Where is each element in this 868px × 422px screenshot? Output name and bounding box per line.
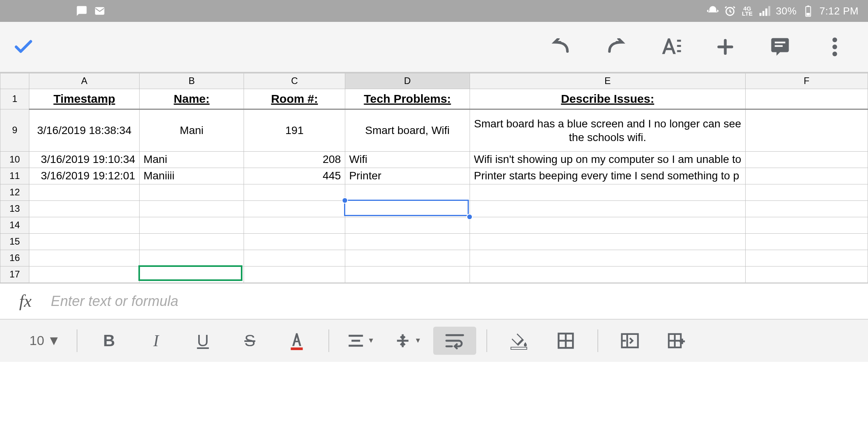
text-format-button[interactable] <box>657 33 684 61</box>
cell-E11[interactable]: Printer starts beeping every time I send… <box>470 168 745 184</box>
column-header-E[interactable]: E <box>470 73 745 89</box>
cell-F17[interactable] <box>745 266 868 283</box>
column-header-A[interactable]: A <box>29 73 140 89</box>
undo-button[interactable] <box>547 33 575 61</box>
cell-D9[interactable]: Smart board, Wifi <box>345 109 470 151</box>
cell-B17[interactable] <box>139 266 244 283</box>
cell-C11[interactable]: 445 <box>244 168 345 184</box>
italic-button[interactable]: I <box>135 327 178 355</box>
cell-F16[interactable] <box>745 250 868 266</box>
cell-A15[interactable] <box>29 233 140 250</box>
cell-A14[interactable] <box>29 217 140 233</box>
row-header-12[interactable]: 12 <box>0 184 29 200</box>
cell-A10[interactable]: 3/16/2019 19:10:34 <box>29 151 140 168</box>
cell-C16[interactable] <box>244 250 345 266</box>
cell-F10[interactable] <box>745 151 868 168</box>
cell-F15[interactable] <box>745 233 868 250</box>
vertical-align-button[interactable]: ▼ <box>386 327 429 355</box>
row-header-1[interactable]: 1 <box>0 89 29 109</box>
row-header-13[interactable]: 13 <box>0 200 29 217</box>
row-header-17[interactable]: 17 <box>0 266 29 283</box>
horizontal-align-button[interactable]: ▼ <box>339 327 382 355</box>
cell-A12[interactable] <box>29 184 140 200</box>
cell-B12[interactable] <box>139 184 244 200</box>
cell-C9[interactable]: 191 <box>244 109 345 151</box>
cell-F9[interactable] <box>745 109 868 151</box>
cell-E17[interactable] <box>470 266 745 283</box>
cell-F12[interactable] <box>745 184 868 200</box>
spreadsheet-grid[interactable]: ABCDEF1TimestampName:Room #:Tech Problem… <box>0 73 868 283</box>
insert-button[interactable] <box>712 33 739 61</box>
cell-C14[interactable] <box>244 217 345 233</box>
cell-D14[interactable] <box>345 217 470 233</box>
cell-E16[interactable] <box>470 250 745 266</box>
cell-E15[interactable] <box>470 233 745 250</box>
cell-F14[interactable] <box>745 217 868 233</box>
cell-C10[interactable]: 208 <box>244 151 345 168</box>
cell-B15[interactable] <box>139 233 244 250</box>
column-header-F[interactable]: F <box>745 73 868 89</box>
cell-F11[interactable] <box>745 168 868 184</box>
more-menu-button[interactable] <box>821 33 848 61</box>
font-size-selector[interactable]: 10 ▼ <box>23 327 66 355</box>
cell-A9[interactable]: 3/16/2019 18:38:34 <box>29 109 140 151</box>
cell-D17[interactable] <box>345 266 470 283</box>
column-header-C[interactable]: C <box>244 73 345 89</box>
row-header-16[interactable]: 16 <box>0 250 29 266</box>
row-header-15[interactable]: 15 <box>0 233 29 250</box>
row-header-14[interactable]: 14 <box>0 217 29 233</box>
bold-button[interactable]: B <box>88 327 131 355</box>
cell-A11[interactable]: 3/16/2019 19:12:01 <box>29 168 140 184</box>
cell-B11[interactable]: Maniiii <box>139 168 244 184</box>
cell-C1[interactable]: Room #: <box>244 89 345 109</box>
cell-C13[interactable] <box>244 200 345 217</box>
cell-D15[interactable] <box>345 233 470 250</box>
cell-A16[interactable] <box>29 250 140 266</box>
redo-button[interactable] <box>602 33 629 61</box>
text-color-button[interactable] <box>275 327 318 355</box>
cell-A13[interactable] <box>29 200 140 217</box>
insert-cells-button[interactable] <box>655 327 698 355</box>
underline-button[interactable]: U <box>181 327 224 355</box>
cell-B10[interactable]: Mani <box>139 151 244 168</box>
cell-B16[interactable] <box>139 250 244 266</box>
cell-C15[interactable] <box>244 233 345 250</box>
row-header-9[interactable]: 9 <box>0 109 29 151</box>
comment-button[interactable] <box>766 33 794 61</box>
select-all-corner[interactable] <box>0 73 29 89</box>
confirm-check-button[interactable] <box>8 31 39 63</box>
cell-F1[interactable] <box>745 89 868 109</box>
cell-D12[interactable] <box>345 184 470 200</box>
borders-button[interactable] <box>544 327 587 355</box>
merge-cells-button[interactable] <box>608 327 651 355</box>
cell-F13[interactable] <box>745 200 868 217</box>
cell-E14[interactable] <box>470 217 745 233</box>
column-header-D[interactable]: D <box>345 73 470 89</box>
cell-E1[interactable]: Describe Issues: <box>470 89 745 109</box>
cell-B1[interactable]: Name: <box>139 89 244 109</box>
strikethrough-button[interactable]: S <box>228 327 271 355</box>
text-wrap-button[interactable] <box>433 327 476 355</box>
formula-input[interactable] <box>51 293 868 309</box>
cell-selection[interactable] <box>344 200 469 216</box>
row-header-11[interactable]: 11 <box>0 168 29 184</box>
cell-C12[interactable] <box>244 184 345 200</box>
cell-E10[interactable]: Wifi isn't showing up on my computer so … <box>470 151 745 168</box>
fill-color-button[interactable] <box>497 327 540 355</box>
cell-B9[interactable]: Mani <box>139 109 244 151</box>
cell-E13[interactable] <box>470 200 745 217</box>
cell-B14[interactable] <box>139 217 244 233</box>
cell-B13[interactable] <box>139 200 244 217</box>
data-lte-icon: 4GLTE <box>741 5 753 17</box>
cell-E12[interactable] <box>470 184 745 200</box>
cell-E9[interactable]: Smart board has a blue screen and I no l… <box>470 109 745 151</box>
cell-C17[interactable] <box>244 266 345 283</box>
cell-D10[interactable]: Wifi <box>345 151 470 168</box>
column-header-B[interactable]: B <box>139 73 244 89</box>
cell-D16[interactable] <box>345 250 470 266</box>
row-header-10[interactable]: 10 <box>0 151 29 168</box>
cell-D1[interactable]: Tech Problems: <box>345 89 470 109</box>
cell-D11[interactable]: Printer <box>345 168 470 184</box>
cell-A1[interactable]: Timestamp <box>29 89 140 109</box>
cell-A17[interactable] <box>29 266 140 283</box>
